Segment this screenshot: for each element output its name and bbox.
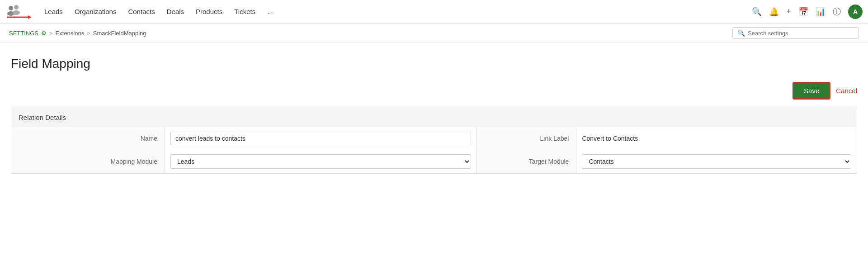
top-nav: Leads Organizations Contacts Deals Produ… [0,0,868,24]
label-name: Name [11,127,165,150]
search-settings-icon: 🔍 [737,29,745,37]
relation-details-header: Relation Details [11,108,857,127]
nav-more[interactable]: ... [263,5,278,18]
bell-icon[interactable]: 🔔 [769,7,779,17]
mapping-module-select[interactable]: Leads [170,154,471,169]
svg-marker-5 [28,15,32,19]
breadcrumb-sep-2: > [87,30,90,37]
relation-details-table: Relation Details Name Link Label Mapping… [11,108,857,174]
calendar-icon[interactable]: 📅 [798,7,808,17]
breadcrumb-current: SmackFieldMapping [93,30,146,37]
label-target-module: Target Module [477,150,576,174]
settings-link[interactable]: SETTINGS [9,30,38,37]
nav-contacts[interactable]: Contacts [123,5,159,18]
value-mapping-module[interactable]: Leads [165,150,477,173]
svg-point-2 [14,5,19,10]
save-button[interactable]: Save [793,82,830,100]
cancel-link[interactable]: Cancel [836,87,857,95]
table-row: Name Link Label [11,127,857,150]
nav-tickets[interactable]: Tickets [230,5,260,18]
search-settings-input[interactable] [748,30,854,37]
action-row: Save Cancel [11,82,857,100]
label-link-label: Link Label [477,127,576,150]
nav-leads[interactable]: Leads [40,5,67,18]
svg-point-3 [13,10,20,15]
search-settings-wrap[interactable]: 🔍 [732,27,859,39]
link-label-input[interactable] [582,135,851,142]
plus-icon[interactable]: + [786,7,791,16]
target-module-select[interactable]: Contacts [582,154,851,169]
value-link-label[interactable] [576,130,857,147]
app-logo[interactable] [5,4,33,20]
name-input[interactable] [170,132,471,145]
nav-right: 🔍 🔔 + 📅 📊 ⓘ A [752,5,863,19]
breadcrumb-extensions[interactable]: Extensions [56,30,85,37]
gear-icon: ⚙ [41,30,47,37]
nav-deals[interactable]: Deals [162,5,189,18]
help-icon[interactable]: ⓘ [833,6,841,17]
value-target-module[interactable]: Contacts [576,150,857,173]
page-title: Field Mapping [11,57,857,71]
table-row: Mapping Module Leads Target Module Conta… [11,150,857,174]
nav-links: Leads Organizations Contacts Deals Produ… [40,5,752,18]
search-icon[interactable]: 🔍 [752,7,762,17]
nav-organizations[interactable]: Organizations [70,5,121,18]
chart-icon[interactable]: 📊 [816,7,826,17]
nav-products[interactable]: Products [191,5,227,18]
svg-point-0 [9,6,13,10]
settings-bar: SETTINGS ⚙ > Extensions > SmackFieldMapp… [0,24,868,43]
label-mapping-module: Mapping Module [11,150,165,174]
avatar[interactable]: A [848,5,863,19]
main-content: Field Mapping Save Cancel Relation Detai… [0,43,868,185]
value-name[interactable] [165,127,477,150]
breadcrumb-sep-1: > [49,30,53,37]
